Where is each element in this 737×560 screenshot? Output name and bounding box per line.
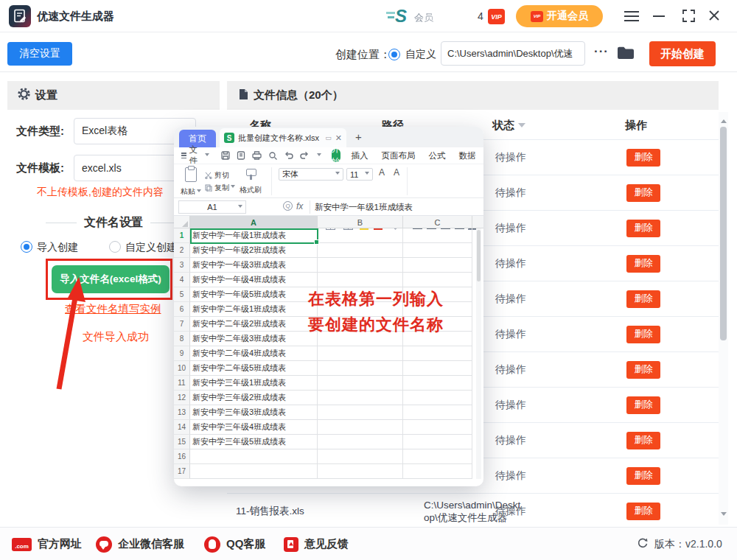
cell-a[interactable]: 新安中学一年级1班成绩表	[190, 228, 318, 243]
cell-b[interactable]	[318, 464, 403, 479]
feedback-link[interactable]: 意见反馈	[284, 528, 349, 560]
tab-document[interactable]: S 批量创建文件名称.xlsx ▭ ✕	[220, 128, 346, 147]
row-number[interactable]: 10	[174, 361, 190, 376]
column-header-b[interactable]: B	[318, 216, 403, 228]
cell-b[interactable]	[318, 435, 403, 449]
cell-a[interactable]: 新安中学一年级2班成绩表	[190, 243, 318, 258]
delete-button[interactable]: 删除	[626, 467, 660, 485]
font-size-select[interactable]: 11	[346, 168, 373, 181]
save-icon[interactable]	[221, 151, 230, 160]
cell-c[interactable]	[403, 258, 472, 273]
font-name-select[interactable]: 宋体	[279, 168, 343, 181]
menu-start[interactable]: 开始	[332, 149, 340, 162]
cell-c[interactable]	[403, 464, 472, 479]
cell-b[interactable]	[318, 449, 403, 464]
cell-a[interactable]: 新安中学三年级1班成绩表	[190, 376, 318, 391]
scrollbar-thumb[interactable]	[720, 127, 727, 340]
row-number[interactable]: 9	[174, 346, 190, 361]
cell-c[interactable]	[403, 391, 472, 405]
cell-c[interactable]	[403, 420, 472, 435]
cell-b[interactable]	[318, 346, 403, 361]
menu-icon[interactable]	[624, 11, 639, 21]
row-number[interactable]: 5	[174, 287, 190, 302]
delete-button[interactable]: 删除	[626, 396, 660, 414]
custom-location-radio[interactable]	[388, 49, 400, 60]
scroll-down-icon[interactable]	[721, 512, 727, 519]
delete-button[interactable]: 删除	[626, 149, 660, 167]
copy-button[interactable]: 复制	[205, 181, 235, 194]
more-tools-icon[interactable]	[317, 153, 321, 158]
row-number[interactable]: 3	[174, 258, 190, 273]
location-path-input[interactable]	[441, 41, 585, 66]
row-number[interactable]: 15	[174, 435, 190, 449]
cell-c[interactable]	[403, 243, 472, 258]
cell-a[interactable]: 新安中学一年级4班成绩表	[190, 273, 318, 287]
cell-c[interactable]	[403, 435, 472, 449]
cell-a[interactable]: 新安中学二年级5班成绩表	[190, 361, 318, 376]
menu-insert[interactable]: 插入	[345, 150, 375, 161]
menu-review[interactable]: 审阅	[483, 150, 484, 161]
filter-icon[interactable]	[518, 123, 525, 131]
cell-a[interactable]: 新安中学三年级2班成绩表	[190, 391, 318, 405]
pin-icon[interactable]: ▭	[325, 134, 332, 141]
cell-b[interactable]	[318, 376, 403, 391]
cell-b[interactable]	[318, 405, 403, 420]
row-number[interactable]: 16	[174, 449, 190, 464]
formula-input[interactable]: 新安中学一年级1班成绩表	[315, 202, 413, 213]
new-tab-button[interactable]: +	[355, 130, 362, 143]
cell-a[interactable]: 新安中学三年级5班成绩表	[190, 435, 318, 449]
cell-a[interactable]: 新安中学二年级3班成绩表	[190, 332, 318, 346]
cell-a[interactable]: 新安中学二年级4班成绩表	[190, 346, 318, 361]
column-header-c[interactable]: C	[403, 216, 472, 228]
row-number[interactable]: 12	[174, 391, 190, 405]
cell-a[interactable]: 新安中学一年级5班成绩表	[190, 287, 318, 302]
row-number[interactable]: 17	[174, 464, 190, 479]
menu-page-layout[interactable]: 页面布局	[375, 150, 422, 161]
cell-a[interactable]: 新安中学二年级1班成绩表	[190, 302, 318, 317]
menu-formulas[interactable]: 公式	[422, 150, 453, 161]
cell-a[interactable]: 新安中学三年级4班成绩表	[190, 420, 318, 435]
sheet-scrollbar[interactable]	[476, 228, 481, 479]
cell-name-box[interactable]: A1	[178, 200, 246, 214]
cell-b[interactable]	[318, 391, 403, 405]
cell-a[interactable]: 新安中学二年级2班成绩表	[190, 317, 318, 332]
cell-a[interactable]	[190, 464, 318, 479]
import-create-radio[interactable]	[21, 241, 32, 253]
row-number[interactable]: 8	[174, 332, 190, 346]
cell-c[interactable]	[403, 361, 472, 376]
cell-b[interactable]	[318, 361, 403, 376]
scroll-up-icon[interactable]	[721, 116, 727, 123]
row-number[interactable]: 2	[174, 243, 190, 258]
delete-button[interactable]: 删除	[626, 361, 660, 379]
cell-c[interactable]	[403, 346, 472, 361]
start-create-button[interactable]: 开始创建	[649, 41, 716, 66]
column-header-a[interactable]: A	[190, 216, 318, 228]
print-icon[interactable]	[252, 151, 262, 160]
cell-a[interactable]: 新安中学三年级3班成绩表	[190, 405, 318, 420]
fx-icon[interactable]: fx	[296, 201, 303, 211]
cell-c[interactable]	[403, 449, 472, 464]
close-button[interactable]	[708, 9, 721, 22]
delete-button[interactable]: 删除	[626, 503, 660, 520]
paste-button[interactable]: 粘贴	[180, 167, 202, 197]
cell-c[interactable]	[403, 273, 472, 287]
cell-b[interactable]	[318, 258, 403, 273]
cell-b[interactable]	[318, 243, 403, 258]
row-number[interactable]: 11	[174, 376, 190, 391]
maximize-button[interactable]	[682, 10, 695, 22]
row-number[interactable]: 13	[174, 405, 190, 420]
qq-service-link[interactable]: QQ客服	[204, 528, 265, 560]
table-scrollbar[interactable]	[719, 112, 728, 525]
delete-button[interactable]: 删除	[626, 220, 660, 237]
preview-icon[interactable]	[268, 151, 278, 160]
cell-b[interactable]	[318, 420, 403, 435]
cell-c[interactable]	[403, 376, 472, 391]
folder-icon[interactable]	[616, 45, 635, 63]
delete-button[interactable]: 删除	[626, 184, 660, 202]
select-all-corner[interactable]	[174, 216, 190, 228]
row-number[interactable]: 14	[174, 420, 190, 435]
row-number[interactable]: 4	[174, 273, 190, 287]
wechat-service-link[interactable]: 企业微信客服	[96, 528, 184, 560]
browse-more-button[interactable]: ···	[594, 44, 609, 59]
export-icon[interactable]	[237, 151, 245, 160]
